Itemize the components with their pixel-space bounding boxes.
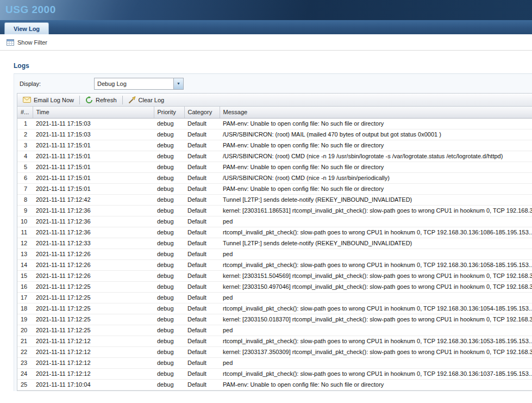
chevron-down-icon[interactable]: ▼ xyxy=(173,78,183,89)
category-cell: Default xyxy=(184,216,220,227)
category-cell: Default xyxy=(184,118,220,129)
column-header-priority[interactable]: Priority xyxy=(154,107,184,118)
table-row[interactable]: 212021-11-11 17:12:12debugDefaultrtcompl… xyxy=(17,336,532,346)
table-row[interactable]: 102021-11-11 17:12:36debugDefaultped xyxy=(17,216,532,227)
display-select[interactable]: Debug Log ▼ xyxy=(94,78,184,90)
row-number-cell: 4 xyxy=(17,151,33,162)
message-cell: PAM-env: Unable to open config file: No … xyxy=(220,183,532,194)
time-cell: 2021-11-11 17:12:12 xyxy=(33,357,154,368)
category-cell: Default xyxy=(184,227,220,238)
category-cell: Default xyxy=(184,140,220,151)
priority-cell: debug xyxy=(154,270,184,281)
priority-cell: debug xyxy=(154,205,184,216)
app-banner: USG 2000 xyxy=(0,0,532,20)
priority-cell: debug xyxy=(154,281,184,292)
category-cell: Default xyxy=(184,303,220,314)
email-log-now-label: Email Log Now xyxy=(34,97,74,103)
message-cell: rtcompl_invalid_pkt_check(): slow-path g… xyxy=(220,259,532,270)
column-header-message[interactable]: Message xyxy=(220,107,532,118)
table-row[interactable]: 202021-11-11 17:12:25debugDefaultped xyxy=(17,325,532,336)
column-header-time[interactable]: Time xyxy=(33,107,154,118)
message-cell: ped xyxy=(220,292,532,303)
column-header-number[interactable]: #... xyxy=(17,107,33,118)
message-cell: kernel: [2303150.018370] rtcompl_invalid… xyxy=(220,314,532,325)
row-number-cell: 8 xyxy=(17,194,33,205)
table-row[interactable]: 112021-11-11 17:12:36debugDefaultrtcompl… xyxy=(17,227,532,238)
category-cell: Default xyxy=(184,151,220,162)
toolbar-separator xyxy=(122,96,123,104)
table-row[interactable]: 22021-11-11 17:15:03debugDefault/USR/SBI… xyxy=(17,129,532,140)
logs-section-title: Logs xyxy=(14,62,532,70)
row-number-cell: 19 xyxy=(17,314,33,325)
row-number-cell: 17 xyxy=(17,292,33,303)
message-cell: ped xyxy=(220,216,532,227)
clear-log-button[interactable]: Clear Log xyxy=(126,95,167,105)
table-row[interactable]: 252021-11-11 17:10:04debugDefaultPAM-env… xyxy=(17,379,532,390)
time-cell: 2021-11-11 17:12:25 xyxy=(33,314,154,325)
category-cell: Default xyxy=(184,336,220,346)
priority-cell: debug xyxy=(154,292,184,303)
priority-cell: debug xyxy=(154,259,184,270)
table-row[interactable]: 32021-11-11 17:15:01debugDefaultPAM-env:… xyxy=(17,140,532,151)
category-cell: Default xyxy=(184,249,220,259)
tab-bar: View Log xyxy=(0,20,532,34)
log-toolbar: Email Log Now Refresh xyxy=(17,94,532,107)
table-row[interactable]: 172021-11-11 17:12:25debugDefaultped xyxy=(17,292,532,303)
table-header-row: #... Time Priority Category Message xyxy=(17,107,532,118)
priority-cell: debug xyxy=(154,140,184,151)
refresh-button[interactable]: Refresh xyxy=(83,95,120,105)
table-row[interactable]: 52021-11-11 17:15:01debugDefaultPAM-env:… xyxy=(17,162,532,172)
toolbar-separator xyxy=(79,96,80,104)
table-row[interactable]: 82021-11-11 17:12:42debugDefaultTunnel [… xyxy=(17,194,532,205)
email-icon xyxy=(23,97,31,103)
message-cell: rtcompl_invalid_pkt_check(): slow-path g… xyxy=(220,227,532,238)
table-row[interactable]: 192021-11-11 17:12:25debugDefaultkernel:… xyxy=(17,314,532,325)
category-cell: Default xyxy=(184,346,220,357)
email-log-now-button[interactable]: Email Log Now xyxy=(20,96,77,104)
category-cell: Default xyxy=(184,238,220,249)
display-label: Display: xyxy=(20,80,94,87)
priority-cell: debug xyxy=(154,357,184,368)
table-row[interactable]: 142021-11-11 17:12:26debugDefaultrtcompl… xyxy=(17,259,532,270)
table-row[interactable]: 92021-11-11 17:12:36debugDefaultkernel: … xyxy=(17,205,532,216)
message-cell: rtcompl_invalid_pkt_check(): slow-path g… xyxy=(220,303,532,314)
time-cell: 2021-11-11 17:12:25 xyxy=(33,303,154,314)
table-row[interactable]: 182021-11-11 17:12:25debugDefaultrtcompl… xyxy=(17,303,532,314)
table-row[interactable]: 242021-11-11 17:12:12debugDefaultrtcompl… xyxy=(17,368,532,379)
table-row[interactable]: 12021-11-11 17:15:03debugDefaultPAM-env:… xyxy=(17,118,532,129)
log-table-body: 12021-11-11 17:15:03debugDefaultPAM-env:… xyxy=(17,118,532,390)
table-row[interactable]: 152021-11-11 17:12:26debugDefaultkernel:… xyxy=(17,270,532,281)
tab-view-log[interactable]: View Log xyxy=(4,22,49,34)
row-number-cell: 22 xyxy=(17,346,33,357)
table-row[interactable]: 62021-11-11 17:15:01debugDefault/USR/SBI… xyxy=(17,172,532,183)
display-row: Display: Debug Log ▼ xyxy=(14,74,532,93)
time-cell: 2021-11-11 17:15:01 xyxy=(33,151,154,162)
priority-cell: debug xyxy=(154,249,184,259)
row-number-cell: 24 xyxy=(17,368,33,379)
row-number-cell: 20 xyxy=(17,325,33,336)
category-cell: Default xyxy=(184,368,220,379)
time-cell: 2021-11-11 17:15:01 xyxy=(33,183,154,194)
row-number-cell: 10 xyxy=(17,216,33,227)
show-filter-button[interactable]: Show Filter xyxy=(0,34,532,51)
table-row[interactable]: 162021-11-11 17:12:25debugDefaultkernel:… xyxy=(17,281,532,292)
table-row[interactable]: 122021-11-11 17:12:33debugDefaultTunnel … xyxy=(17,238,532,249)
table-row[interactable]: 72021-11-11 17:15:01debugDefaultPAM-env:… xyxy=(17,183,532,194)
category-cell: Default xyxy=(184,194,220,205)
category-cell: Default xyxy=(184,205,220,216)
row-number-cell: 9 xyxy=(17,205,33,216)
row-number-cell: 14 xyxy=(17,259,33,270)
table-row[interactable]: 42021-11-11 17:15:01debugDefault/USR/SBI… xyxy=(17,151,532,162)
time-cell: 2021-11-11 17:12:36 xyxy=(33,227,154,238)
table-row[interactable]: 232021-11-11 17:12:12debugDefaultped xyxy=(17,357,532,368)
priority-cell: debug xyxy=(154,172,184,183)
table-row[interactable]: 132021-11-11 17:12:26debugDefaultped xyxy=(17,249,532,259)
time-cell: 2021-11-11 17:12:12 xyxy=(33,346,154,357)
table-row[interactable]: 222021-11-11 17:12:12debugDefaultkernel:… xyxy=(17,346,532,357)
time-cell: 2021-11-11 17:12:36 xyxy=(33,205,154,216)
time-cell: 2021-11-11 17:12:26 xyxy=(33,259,154,270)
category-cell: Default xyxy=(184,129,220,140)
column-header-category[interactable]: Category xyxy=(184,107,220,118)
row-number-cell: 6 xyxy=(17,172,33,183)
category-cell: Default xyxy=(184,357,220,368)
